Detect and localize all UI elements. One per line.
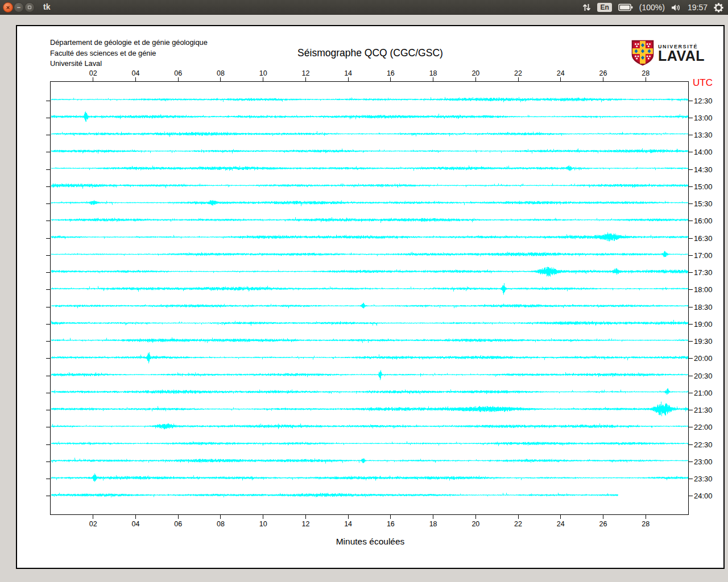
y-tick-left	[46, 135, 50, 135]
y-tick-left	[46, 307, 50, 307]
y-tick-right	[689, 221, 693, 221]
x-tick-top	[348, 77, 349, 81]
x-tick-label-top: 18	[424, 69, 443, 77]
x-tick-label-top: 26	[594, 69, 613, 77]
logo-laval-text: LAVAL	[658, 49, 705, 62]
clock[interactable]: 19:57	[688, 3, 708, 12]
y-tick-right	[689, 376, 693, 376]
y-tick-right	[689, 186, 693, 187]
x-tick-top	[518, 77, 519, 81]
y-tick-right	[689, 393, 693, 393]
x-tick-bottom	[518, 515, 519, 519]
updown-arrows-icon[interactable]	[582, 3, 591, 12]
x-axis-title: Minutes écoulées	[17, 537, 723, 547]
x-tick-top	[646, 77, 646, 81]
laval-wordmark: UNIVERSITÉ LAVAL	[658, 44, 705, 62]
x-tick-label-bottom: 20	[466, 520, 485, 528]
seismograph-page: Département de géologie et de génie géol…	[16, 25, 725, 569]
utc-time-label: 22:30	[694, 440, 728, 449]
utc-time-label: 13:00	[694, 114, 728, 122]
y-tick-right	[689, 118, 693, 118]
y-tick-right	[689, 341, 693, 342]
x-tick-bottom	[305, 515, 306, 519]
close-button[interactable]: ×	[3, 2, 13, 13]
utc-time-label: 17:30	[694, 268, 728, 277]
y-tick-left	[46, 479, 50, 479]
x-tick-label-bottom: 26	[594, 520, 613, 528]
utc-time-label: 17:00	[694, 251, 728, 260]
y-tick-right	[689, 101, 693, 101]
y-tick-right	[689, 324, 693, 325]
gear-icon[interactable]	[714, 3, 723, 13]
y-tick-left	[46, 496, 50, 496]
battery-icon[interactable]	[618, 3, 633, 11]
utc-time-label: 15:30	[694, 199, 728, 208]
y-tick-right	[689, 307, 693, 307]
y-tick-right	[689, 410, 693, 410]
y-tick-left	[46, 272, 50, 273]
y-tick-left	[46, 101, 50, 101]
y-tick-left	[46, 152, 50, 152]
y-tick-right	[689, 496, 693, 496]
utc-time-label: 14:00	[694, 148, 728, 156]
x-tick-label-top: 20	[466, 69, 485, 77]
y-tick-left	[46, 341, 50, 342]
utc-time-label: 23:30	[694, 475, 728, 483]
x-tick-top	[135, 77, 136, 81]
y-tick-left	[46, 410, 50, 410]
window-titlebar: × − tk En (100%) 19:57	[0, 0, 728, 15]
volume-icon[interactable]	[671, 3, 681, 12]
x-tick-label-bottom: 24	[551, 520, 570, 528]
y-tick-left	[46, 462, 50, 462]
utc-time-label: 21:00	[694, 389, 728, 397]
minimize-button[interactable]: −	[14, 2, 24, 13]
x-tick-bottom	[603, 515, 603, 519]
maximize-button[interactable]	[24, 2, 35, 13]
x-tick-bottom	[93, 515, 93, 519]
y-tick-left	[46, 376, 50, 376]
x-tick-bottom	[348, 515, 349, 519]
y-tick-right	[689, 289, 693, 290]
org-line-1: Département de géologie et de génie géol…	[50, 38, 208, 48]
page-title: Séismographe QCQ (CGC/GSC)	[17, 47, 723, 59]
y-tick-left	[46, 118, 50, 118]
utc-time-label: 15:00	[694, 182, 728, 191]
y-tick-left	[46, 186, 50, 187]
x-tick-label-top: 16	[381, 69, 400, 77]
x-tick-label-bottom: 14	[338, 520, 358, 528]
org-line-3: Université Laval	[50, 59, 208, 69]
x-tick-label-top: 06	[168, 69, 188, 77]
x-tick-label-bottom: 28	[636, 520, 655, 528]
x-tick-top	[475, 77, 476, 81]
x-tick-label-bottom: 18	[424, 520, 443, 528]
utc-time-label: 18:30	[694, 303, 728, 311]
desktop: { "titlebar": { "title": "tk" }, "tray":…	[0, 0, 728, 582]
y-tick-right	[689, 255, 693, 256]
x-tick-label-top: 22	[508, 69, 528, 77]
battery-percentage: (100%)	[639, 3, 665, 12]
x-tick-label-bottom: 12	[296, 520, 315, 528]
utc-time-label: 20:00	[694, 354, 728, 363]
y-tick-right	[689, 444, 693, 445]
y-tick-left	[46, 289, 50, 290]
x-tick-label-top: 28	[636, 69, 655, 77]
y-tick-right	[689, 358, 693, 359]
x-tick-bottom	[390, 515, 391, 519]
x-tick-label-top: 02	[84, 69, 103, 77]
x-tick-top	[390, 77, 391, 81]
y-tick-left	[46, 169, 50, 170]
y-tick-left	[46, 358, 50, 359]
y-tick-left	[46, 444, 50, 445]
x-tick-label-top: 12	[296, 69, 315, 77]
x-tick-top	[433, 77, 433, 81]
utc-axis-label: UTC	[693, 77, 713, 89]
utc-time-label: 19:00	[694, 320, 728, 329]
x-tick-label-top: 14	[338, 69, 358, 77]
x-tick-top	[603, 77, 603, 81]
utc-time-label: 18:00	[694, 285, 728, 294]
y-tick-right	[689, 152, 693, 152]
keyboard-layout-indicator[interactable]: En	[597, 3, 611, 12]
utc-time-label: 13:30	[694, 131, 728, 139]
x-tick-bottom	[178, 515, 179, 519]
utc-time-label: 12:30	[694, 97, 728, 105]
